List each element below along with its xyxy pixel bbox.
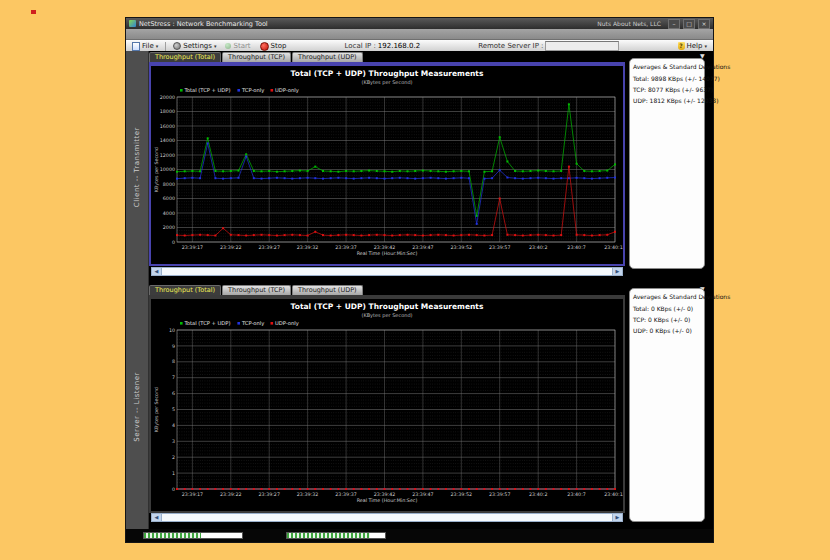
svg-text:14000: 14000 — [160, 138, 175, 143]
desktop-background: NetStress : Network Benchmarking Tool Nu… — [0, 0, 830, 560]
svg-text:4000: 4000 — [163, 211, 175, 216]
server-side-strip: Server -- Listener — [126, 284, 149, 529]
tab-throughput-udp[interactable]: Throughput (UDP) — [292, 52, 363, 62]
client-throughput-chart: Total (TCP + UDP) Throughput Measurement… — [151, 66, 623, 264]
scrollbar-thumb[interactable] — [161, 514, 613, 521]
svg-text:23:39:32: 23:39:32 — [297, 492, 319, 497]
svg-text:TCP-only: TCP-only — [241, 87, 264, 94]
netstress-window: NetStress : Network Benchmarking Tool Nu… — [125, 17, 714, 543]
svg-text:UDP-only: UDP-only — [275, 320, 299, 327]
svg-text:23:39:27: 23:39:27 — [258, 492, 280, 497]
scrollbar-thumb[interactable] — [161, 268, 613, 275]
start-button[interactable]: Start — [223, 42, 252, 50]
stat-line: UDP: 1812 KBps (+/- 12038) — [633, 97, 701, 104]
toolbar-separator — [165, 42, 166, 51]
svg-text:TCP-only: TCP-only — [241, 320, 264, 327]
svg-text:Total (TCP + UDP) Throughput M: Total (TCP + UDP) Throughput Measurement… — [291, 302, 484, 311]
settings-menu-button[interactable]: Settings ▾ — [171, 42, 218, 50]
gear-icon — [173, 42, 181, 50]
client-side-strip: Client -- Transmitter — [126, 51, 149, 284]
tab-throughput-tcp[interactable]: Throughput (TCP) — [222, 52, 291, 62]
svg-text:9: 9 — [172, 344, 175, 349]
svg-text:8000: 8000 — [163, 182, 175, 187]
server-tab-row: Throughput (Total)Throughput (TCP)Throug… — [149, 284, 363, 295]
server-chart-scrollbar: ◀ ▶ — [151, 513, 623, 522]
svg-text:Total (TCP + UDP): Total (TCP + UDP) — [184, 87, 231, 93]
menu-strip — [126, 29, 713, 40]
remote-server-ip-input[interactable] — [545, 41, 619, 51]
svg-text:18000: 18000 — [160, 109, 175, 114]
local-ip-group: Local IP : 192.168.0.2 — [343, 42, 423, 50]
svg-text:23:39:42: 23:39:42 — [374, 245, 396, 250]
svg-text:23:39:32: 23:39:32 — [297, 245, 319, 250]
svg-text:3: 3 — [172, 439, 175, 444]
stat-line: UDP: 0 KBps (+/- 0) — [633, 327, 701, 334]
svg-text:23:39:37: 23:39:37 — [335, 245, 357, 250]
svg-text:5: 5 — [172, 407, 175, 412]
tab-throughput-total[interactable]: Throughput (Total) — [149, 52, 221, 62]
stat-line: Total: 9898 KBps (+/- 14077) — [633, 75, 701, 82]
stats-heading: Averages & Standard Deviations — [633, 63, 701, 70]
tab-throughput-udp[interactable]: Throughput (UDP) — [292, 285, 363, 295]
svg-text:Real Time (Hour:Min:Sec): Real Time (Hour:Min:Sec) — [357, 498, 418, 503]
svg-text:23:39:52: 23:39:52 — [451, 245, 473, 250]
client-chart-scrollbar: ◀ ▶ — [151, 267, 623, 276]
client-side-label: Client -- Transmitter — [133, 127, 141, 207]
svg-text:4: 4 — [172, 423, 175, 428]
svg-text:1: 1 — [172, 471, 175, 476]
tab-throughput-tcp[interactable]: Throughput (TCP) — [222, 285, 291, 295]
client-progress-fill — [144, 533, 201, 538]
minimize-button[interactable]: – — [668, 19, 680, 29]
svg-text:7: 7 — [172, 375, 175, 380]
maximize-button[interactable]: □ — [683, 19, 695, 29]
server-throughput-chart: Total (TCP + UDP) Throughput Measurement… — [151, 299, 623, 511]
svg-text:6000: 6000 — [163, 196, 175, 201]
svg-text:23:39:47: 23:39:47 — [412, 492, 434, 497]
tab-throughput-total[interactable]: Throughput (Total) — [149, 285, 221, 295]
help-menu-label: Help — [687, 42, 703, 50]
file-menu-label: File — [142, 42, 154, 50]
server-stats-lines: Total: 0 KBps (+/- 0)TCP: 0 KBps (+/- 0)… — [633, 305, 701, 334]
svg-text:23:39:57: 23:39:57 — [489, 492, 511, 497]
stop-button[interactable]: Stop — [258, 42, 289, 51]
status-bar — [126, 529, 713, 542]
svg-text:23:40:12: 23:40:12 — [604, 245, 623, 250]
svg-text:Total (TCP + UDP): Total (TCP + UDP) — [184, 320, 231, 326]
settings-menu-label: Settings — [183, 42, 212, 50]
red-mark — [31, 10, 36, 14]
svg-text:23:39:17: 23:39:17 — [182, 492, 204, 497]
remote-ip-label: Remote Server IP : — [478, 42, 543, 50]
svg-text:16000: 16000 — [160, 124, 175, 129]
svg-text:23:40:2: 23:40:2 — [529, 492, 548, 497]
local-ip-value: 192.168.0.2 — [378, 42, 420, 50]
svg-text:23:39:57: 23:39:57 — [489, 245, 511, 250]
scroll-left-arrow-icon[interactable]: ◀ — [152, 268, 161, 275]
title-bar: NetStress : Network Benchmarking Tool Nu… — [126, 18, 713, 29]
brand-text: Nuts About Nets, LLC — [597, 20, 661, 27]
svg-text:2: 2 — [172, 455, 175, 460]
svg-text:23:39:27: 23:39:27 — [258, 245, 280, 250]
stat-line: TCP: 0 KBps (+/- 0) — [633, 316, 701, 323]
file-menu-button[interactable]: File ▾ — [130, 42, 160, 51]
scroll-right-arrow-icon[interactable]: ▶ — [613, 514, 622, 521]
help-icon: ? — [678, 42, 685, 50]
stats-heading: Averages & Standard Deviations — [633, 293, 701, 300]
svg-text:(KBytes per Second): (KBytes per Second) — [361, 312, 412, 319]
scroll-left-arrow-icon[interactable]: ◀ — [152, 514, 161, 521]
close-button[interactable]: × — [698, 19, 710, 29]
client-stats-panel: Averages & Standard Deviations Total: 98… — [629, 58, 705, 269]
window-title: NetStress : Network Benchmarking Tool — [139, 20, 268, 28]
client-tab-row: Throughput (Total)Throughput (TCP)Throug… — [149, 51, 363, 62]
svg-text:23:40:12: 23:40:12 — [604, 492, 623, 497]
client-transmitter-section: Client -- Transmitter Throughput (Total)… — [126, 51, 713, 284]
svg-text:0: 0 — [172, 240, 175, 245]
scroll-right-arrow-icon[interactable]: ▶ — [613, 268, 622, 275]
svg-text:23:39:42: 23:39:42 — [374, 492, 396, 497]
chevron-down-icon: ▾ — [704, 43, 707, 49]
svg-text:KBytes per Second: KBytes per Second — [154, 387, 159, 432]
svg-text:23:39:22: 23:39:22 — [220, 492, 242, 497]
help-menu-button[interactable]: ? Help ▾ — [676, 42, 709, 50]
svg-text:12000: 12000 — [160, 153, 175, 158]
local-ip-label: Local IP : — [345, 42, 376, 50]
svg-text:Real Time (Hour:Min:Sec): Real Time (Hour:Min:Sec) — [357, 251, 418, 256]
